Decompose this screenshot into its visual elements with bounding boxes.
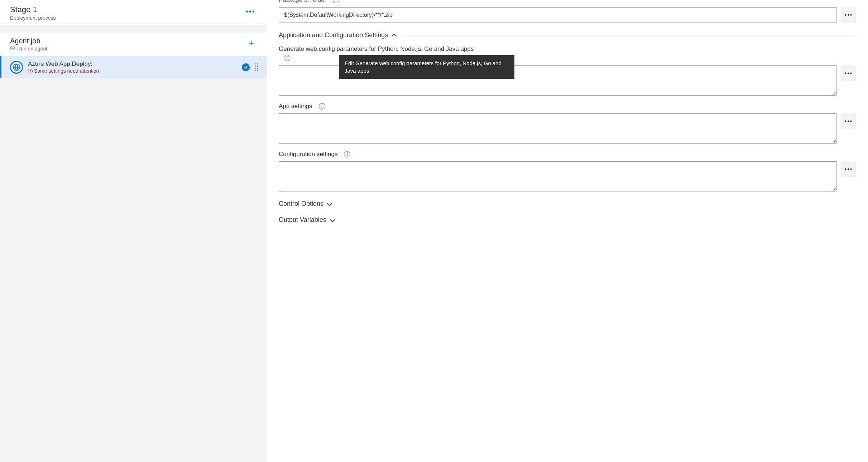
task-selected-icon — [242, 63, 250, 71]
app-settings-input[interactable] — [279, 113, 836, 144]
chevron-down-icon — [330, 217, 335, 222]
stage-title: Stage 1 — [10, 5, 56, 14]
right-panel: Package or folder i ••• Application and … — [267, 0, 868, 462]
info-icon[interactable]: i — [344, 151, 350, 157]
svg-rect-0 — [10, 47, 15, 48]
control-options-section-header[interactable]: Control Options — [279, 200, 857, 208]
app-config-section-header[interactable]: Application and Configuration Settings — [279, 31, 857, 39]
agent-job-subtitle-text: Run on agent — [17, 46, 47, 52]
task-warning-text: Some settings need attention — [34, 68, 99, 74]
svg-rect-1 — [10, 49, 15, 50]
task-title: Azure Web App Deploy: — [28, 60, 237, 68]
agent-job-subtitle: Run on agent — [10, 46, 47, 52]
output-variables-section-header[interactable]: Output Variables — [279, 216, 857, 224]
info-icon[interactable]: i — [284, 55, 290, 61]
task-item[interactable]: Azure Web App Deploy: ! Some settings ne… — [0, 56, 267, 78]
add-task-button[interactable]: + — [246, 37, 257, 49]
package-browse-button[interactable]: ••• — [841, 7, 857, 23]
app-settings-edit-button[interactable]: ••• — [841, 113, 857, 129]
chevron-up-icon — [392, 33, 397, 38]
chevron-down-icon — [327, 201, 332, 206]
info-icon[interactable]: i — [333, 0, 339, 3]
drag-handle-icon[interactable] — [255, 63, 260, 71]
config-settings-label: Configuration settings i — [279, 151, 857, 158]
left-panel: Stage 1 Deployment process ••• Agent job… — [0, 0, 267, 462]
config-settings-edit-button[interactable]: ••• — [841, 161, 857, 177]
app-settings-label: App settings i — [279, 103, 857, 110]
gen-webconfig-label: Generate web.config parameters for Pytho… — [279, 45, 857, 53]
tooltip: Edit Generate web.config parameters for … — [339, 55, 514, 79]
server-icon — [10, 46, 15, 51]
package-folder-input[interactable] — [279, 7, 836, 23]
svg-point-3 — [11, 49, 11, 49]
gen-webconfig-edit-button[interactable]: ••• — [841, 65, 857, 81]
agent-job-title: Agent job — [10, 37, 47, 45]
azure-webapp-icon — [10, 61, 23, 74]
stage-header: Stage 1 Deployment process ••• — [0, 0, 267, 25]
warning-icon: ! — [28, 69, 33, 73]
task-warning: ! Some settings need attention — [28, 68, 237, 74]
agent-job-row[interactable]: Agent job Run on agent + — [0, 33, 267, 56]
stage-subtitle: Deployment process — [10, 15, 56, 21]
package-folder-label: Package or folder i — [279, 0, 857, 4]
info-icon[interactable]: i — [319, 103, 325, 110]
svg-point-2 — [11, 47, 11, 48]
stage-more-menu[interactable]: ••• — [244, 5, 257, 18]
config-settings-input[interactable] — [279, 161, 836, 191]
